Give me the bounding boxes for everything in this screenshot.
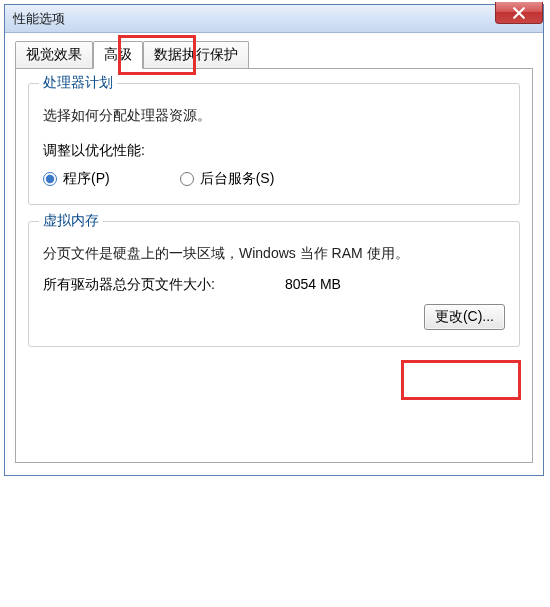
radio-background-input[interactable] xyxy=(180,172,194,186)
dialog-title: 性能选项 xyxy=(13,10,65,28)
radio-programs[interactable]: 程序(P) xyxy=(43,170,110,188)
content-panel: 处理器计划 选择如何分配处理器资源。 调整以优化性能: 程序(P) 后台服务(S… xyxy=(15,68,533,463)
optimize-label: 调整以优化性能: xyxy=(43,142,505,160)
vm-size-row: 所有驱动器总分页文件大小: 8054 MB xyxy=(43,276,505,294)
radio-background-label: 后台服务(S) xyxy=(200,170,275,188)
titlebar: 性能选项 xyxy=(5,5,543,33)
change-button-wrap: 更改(C)... xyxy=(43,304,505,330)
vm-size-value: 8054 MB xyxy=(285,276,341,294)
group-virtual-memory: 虚拟内存 分页文件是硬盘上的一块区域，Windows 当作 RAM 使用。 所有… xyxy=(28,221,520,347)
radio-programs-input[interactable] xyxy=(43,172,57,186)
tab-visual-effects[interactable]: 视觉效果 xyxy=(15,41,93,68)
radio-background[interactable]: 后台服务(S) xyxy=(180,170,275,188)
performance-options-dialog: 性能选项 视觉效果 高级 数据执行保护 处理器计划 选择如何分配处理器资源。 调… xyxy=(4,4,544,476)
radio-programs-label: 程序(P) xyxy=(63,170,110,188)
tab-advanced[interactable]: 高级 xyxy=(93,41,143,69)
change-button[interactable]: 更改(C)... xyxy=(424,304,505,330)
vm-size-label: 所有驱动器总分页文件大小: xyxy=(43,276,215,294)
tab-dep[interactable]: 数据执行保护 xyxy=(143,41,249,68)
group-processor-scheduling: 处理器计划 选择如何分配处理器资源。 调整以优化性能: 程序(P) 后台服务(S… xyxy=(28,83,520,205)
tab-row: 视觉效果 高级 数据执行保护 xyxy=(15,41,543,68)
vm-desc: 分页文件是硬盘上的一块区域，Windows 当作 RAM 使用。 xyxy=(43,242,505,266)
close-icon xyxy=(513,7,525,19)
cpu-desc: 选择如何分配处理器资源。 xyxy=(43,104,505,126)
group-title-vm: 虚拟内存 xyxy=(39,212,103,230)
close-button[interactable] xyxy=(495,2,543,24)
group-title-cpu: 处理器计划 xyxy=(39,74,117,92)
radio-row: 程序(P) 后台服务(S) xyxy=(43,170,505,188)
